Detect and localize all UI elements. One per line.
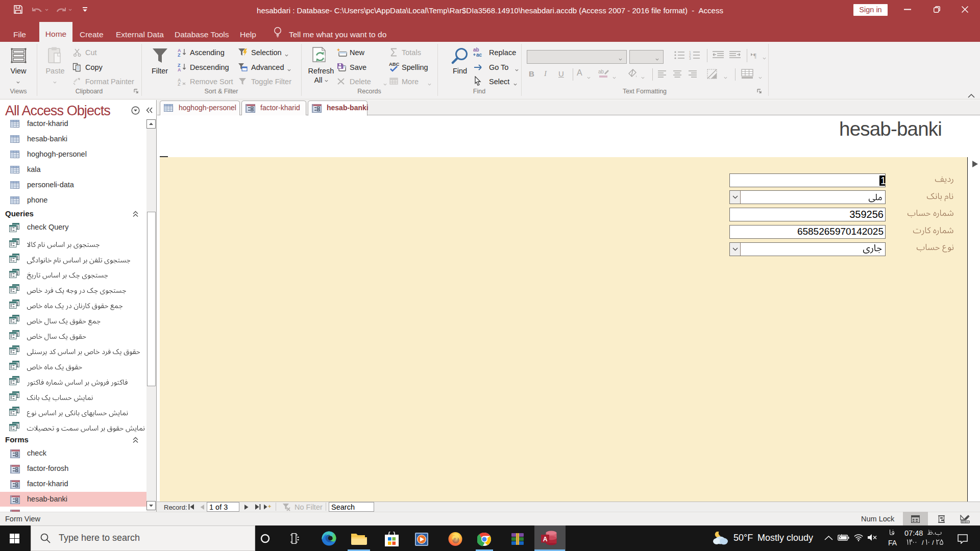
svg-text:ABC: ABC (389, 61, 399, 67)
svg-text:ac: ac (476, 52, 482, 58)
svg-text:Z: Z (178, 63, 181, 68)
svg-text:A: A (543, 536, 548, 543)
svg-text:...: ... (242, 68, 245, 71)
svg-text:Z: Z (178, 53, 181, 57)
svg-text:ab: ab (598, 69, 604, 74)
svg-text:Z: Z (178, 82, 181, 86)
svg-text:¶: ¶ (753, 52, 756, 59)
svg-text:A: A (178, 67, 181, 72)
svg-text:3: 3 (689, 57, 691, 60)
